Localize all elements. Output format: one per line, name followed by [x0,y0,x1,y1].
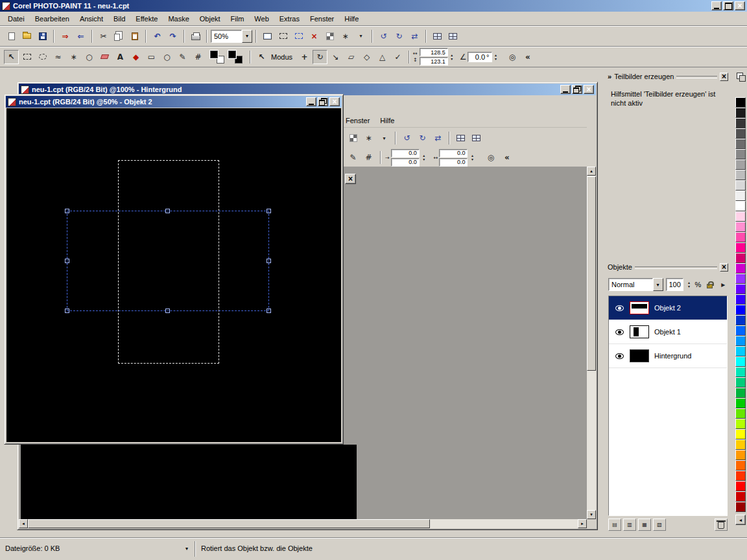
menu-item[interactable]: Effekte [130,13,163,25]
menu-item[interactable]: Hilfe [375,115,399,126]
color-swatch[interactable] [735,159,746,170]
effects-flyout-button[interactable]: ∗ [338,29,353,43]
back-canvas[interactable] [21,445,357,519]
paint-tool[interactable]: ✎ [346,150,361,165]
color-swatch[interactable] [735,284,746,294]
color-swatch[interactable] [735,367,746,377]
close-button[interactable] [735,1,745,10]
paint-color-well[interactable] [210,51,218,58]
restore-button[interactable] [572,85,582,94]
print-button[interactable] [188,29,203,43]
color-swatch[interactable] [735,242,746,253]
fill-color-well[interactable] [228,51,236,58]
menu-item[interactable]: Fenster [305,13,339,25]
color-swatch[interactable] [735,408,746,419]
object-picker-tool[interactable]: ↖ [4,50,19,64]
vertical-scrollbar[interactable]: ▴ ▾ [587,167,596,519]
zoom-tool[interactable]: ○ [82,50,97,64]
layer-row-objekt1[interactable]: Objekt 1 [609,320,727,344]
status-dropdown-button[interactable] [185,544,188,552]
redo-button[interactable]: ↷ [165,29,180,43]
menu-item[interactable]: Bild [108,13,130,25]
selection-handle-right[interactable] [267,259,271,263]
visibility-eye-icon[interactable] [615,329,624,335]
tile-windows-button[interactable] [469,131,484,145]
close-button[interactable] [329,97,340,106]
paste-button[interactable] [127,29,142,43]
docker-close-button[interactable] [720,263,728,272]
zoom-dropdown-button[interactable] [242,30,252,43]
flip-button[interactable]: ⇄ [407,29,422,43]
layer-row-objekt2[interactable]: Objekt 2 [609,296,727,320]
collapse-propertybar-button[interactable]: « [521,50,536,64]
height-field[interactable]: 0.0 [439,158,468,167]
flip-button[interactable]: ⇄ [431,131,445,145]
rotate-right-button[interactable]: ↻ [392,29,407,43]
delete-object-button[interactable] [715,519,728,531]
color-swatch[interactable] [735,222,746,232]
color-swatch[interactable] [735,149,746,159]
menu-item[interactable]: Objekt [195,13,226,25]
angle-spinner[interactable] [493,51,499,63]
horizontal-scrollbar[interactable]: ◂ ▸ [19,519,587,528]
visibility-eye-icon[interactable] [615,305,624,311]
fullscreen-preview-button[interactable] [260,29,275,43]
color-swatch[interactable] [735,315,746,325]
canvas[interactable] [6,108,341,442]
docker-chevron-icon[interactable] [608,73,611,80]
selection-handle-bottom-right[interactable] [267,309,271,313]
position-spinner[interactable] [421,152,427,163]
ellipse-tool[interactable]: ○ [160,50,174,64]
menu-item[interactable]: Extras [274,13,305,25]
text-tool[interactable]: A [113,50,128,64]
menu-item[interactable]: Bearbeiten [30,13,75,25]
path-tool[interactable]: # [361,150,376,165]
vertical-scroll-thumb[interactable] [587,176,596,371]
horizontal-scroll-thumb[interactable] [28,519,430,528]
color-swatch[interactable] [735,180,746,191]
menu-item[interactable]: Film [226,13,250,25]
color-swatch[interactable] [735,388,746,398]
angle-field[interactable]: 0.0 ° [468,52,492,62]
zoom-value[interactable]: 50% [211,30,242,43]
merge-mode-combobox[interactable]: Normal [608,278,663,291]
close-button[interactable] [584,85,594,94]
antialias-button[interactable]: ◎ [483,150,498,165]
duplicate-object-button[interactable]: ▦ [638,519,651,531]
minimize-button[interactable] [711,1,722,10]
tile-windows-button[interactable] [445,29,460,43]
mask-marquee-toggle[interactable] [276,29,290,43]
position-spinner[interactable] [449,51,455,63]
paint-color-wells[interactable] [210,51,224,64]
zoom-combobox[interactable]: 50% [211,30,252,43]
color-swatch[interactable] [735,429,746,439]
opacity-spinner[interactable] [686,279,693,290]
color-swatch[interactable] [735,191,746,201]
color-swatch[interactable] [735,139,746,149]
minimize-button[interactable] [560,85,571,94]
lock-transparency-button[interactable] [704,277,716,292]
color-swatch[interactable] [735,377,746,388]
palette-flyout-icon[interactable] [735,71,746,82]
paint-tool[interactable]: ✎ [175,50,190,64]
export-button[interactable]: ⇐ [73,29,88,43]
clear-mask-button[interactable]: × [307,29,322,43]
color-swatch[interactable] [735,450,746,460]
layer-row-hintergrund[interactable]: Hintergrund [609,344,727,368]
scroll-right-button[interactable]: ▸ [578,519,587,528]
mode-skew-button[interactable]: ▱ [344,50,359,64]
collapse-propertybar-button[interactable]: « [499,150,514,165]
selection-handle-left[interactable] [65,259,69,263]
menu-item[interactable]: Hilfe [339,13,364,25]
apply-transform-button[interactable]: ✓ [390,50,405,64]
transform-selection-marquee[interactable] [67,211,269,311]
merge-mode-value[interactable]: Normal [608,278,653,291]
menu-item[interactable]: Datei [3,13,30,25]
rotate-left-button[interactable]: ↺ [399,131,414,145]
antialias-button[interactable]: ◎ [505,50,520,64]
color-swatch[interactable] [735,294,746,305]
menu-item[interactable]: Maske [163,13,194,25]
color-swatch[interactable] [735,491,746,502]
open-button[interactable] [19,29,34,43]
new-object-button[interactable]: ▤ [608,519,621,531]
